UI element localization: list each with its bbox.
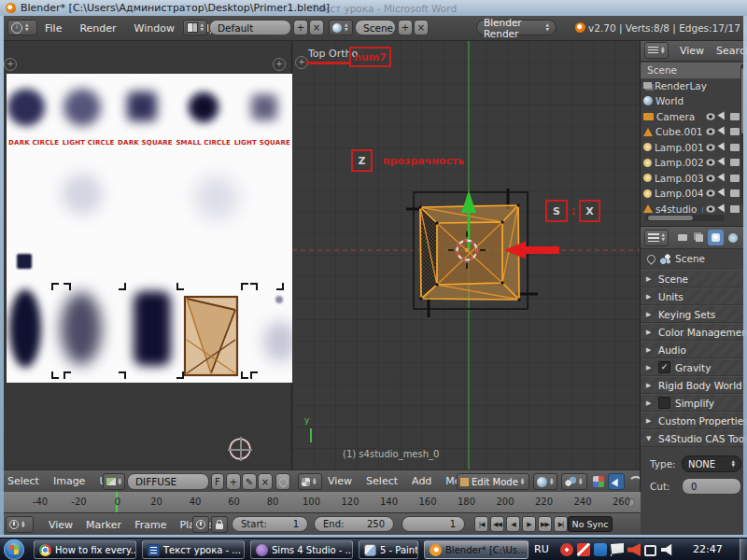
- taskbar-button-sims[interactable]: Sims 4 Studio - ...: [250, 540, 353, 559]
- pin-button[interactable]: [275, 473, 290, 490]
- viewport-3d[interactable]: Top Ortho num7 Z прозрачность S ; X y (1…: [292, 40, 641, 492]
- flag-tray-icon[interactable]: [611, 543, 624, 556]
- renderability-toggle[interactable]: [730, 144, 740, 151]
- unlink-image-button[interactable]: ×: [258, 473, 273, 490]
- scene-name-field[interactable]: Scene: [355, 20, 396, 35]
- outliner-item-scene[interactable]: Scene: [641, 63, 747, 78]
- properties-tab-scene[interactable]: [708, 230, 724, 245]
- menu-view[interactable]: View: [49, 519, 73, 531]
- selectability-toggle[interactable]: [718, 127, 728, 137]
- editor-type-selector[interactable]: i ▲▼: [7, 20, 37, 35]
- properties-tab-render[interactable]: [674, 230, 690, 245]
- play-button[interactable]: ▶: [522, 516, 536, 532]
- panel-s4studio-cas-tools[interactable]: ▼ S4Studio CAS Tools: [641, 429, 747, 447]
- new-image-button[interactable]: +: [226, 473, 241, 490]
- menu-view[interactable]: View: [328, 475, 352, 487]
- speaker-tray-icon[interactable]: [661, 543, 674, 556]
- translate-manipulator-toggle[interactable]: [608, 473, 625, 490]
- panel-custom-properties[interactable]: ▶ Custom Properties: [641, 412, 747, 429]
- taskbar-clock[interactable]: 22:47: [693, 543, 723, 555]
- jump-start-button[interactable]: |◀: [474, 516, 488, 532]
- visibility-toggle[interactable]: [706, 205, 715, 213]
- panel-simplify[interactable]: ▶ Simplify: [641, 394, 747, 412]
- region-expand-icon[interactable]: [273, 58, 286, 71]
- cut-field[interactable]: 0: [682, 478, 741, 495]
- menu-image[interactable]: Image: [53, 475, 85, 487]
- outliner-item-camera[interactable]: Camera: [641, 109, 747, 125]
- visibility-toggle[interactable]: [706, 128, 715, 135]
- properties-tab-render-layers[interactable]: [691, 230, 707, 245]
- editor-type-selector[interactable]: ▲▼: [298, 473, 322, 490]
- uv-wireframe[interactable]: [183, 293, 240, 377]
- layout-name-field[interactable]: Default: [209, 20, 291, 35]
- viewport-shading-dropdown[interactable]: ▲▼: [533, 473, 557, 490]
- mode-dropdown[interactable]: Edit Mode ▲▼: [457, 473, 529, 490]
- layout-icon-selector[interactable]: ▲▼: [183, 20, 207, 35]
- menu-select[interactable]: Select: [366, 475, 398, 487]
- selectability-toggle[interactable]: [718, 173, 728, 183]
- type-dropdown[interactable]: NONE ▲▼: [682, 455, 741, 472]
- viewport-canvas[interactable]: [292, 40, 641, 469]
- visibility-toggle[interactable]: [706, 159, 715, 166]
- renderability-toggle[interactable]: [730, 159, 740, 166]
- panel-units[interactable]: ▶ Units: [641, 287, 747, 305]
- panel-gravity[interactable]: ▶ ✓ Gravity: [641, 358, 747, 376]
- menu-frame[interactable]: Frame: [134, 519, 166, 531]
- renderability-toggle[interactable]: [730, 175, 740, 182]
- menu-select[interactable]: Select: [7, 475, 39, 487]
- outliner-item-renderlay[interactable]: RenderLay: [641, 78, 747, 94]
- image-datablock-selector[interactable]: ▲▼: [103, 473, 125, 490]
- panel-checkbox[interactable]: [658, 397, 670, 409]
- menu-marker[interactable]: Marker: [86, 519, 121, 531]
- menu-window[interactable]: Window: [134, 22, 175, 35]
- start-button[interactable]: [4, 539, 24, 560]
- lock-toggle[interactable]: [211, 516, 228, 533]
- outliner-item-world[interactable]: World: [641, 93, 747, 109]
- outliner-hscrollbar[interactable]: [645, 215, 725, 221]
- panel-rigid-body-world[interactable]: ▶ Rigid Body World: [641, 376, 747, 394]
- renderability-toggle[interactable]: [730, 128, 740, 135]
- editor-type-selector[interactable]: ▲▼: [6, 516, 34, 533]
- manipulator-axis-icon[interactable]: [593, 476, 604, 487]
- panel-keying-sets[interactable]: ▶ Keying Sets: [641, 305, 747, 323]
- image-paint-button[interactable]: ✎: [242, 473, 257, 490]
- visibility-toggle[interactable]: [706, 144, 715, 151]
- panel-scene[interactable]: ▶ Scene: [641, 270, 747, 287]
- fake-user-button[interactable]: F: [211, 473, 224, 490]
- delete-scene-button[interactable]: ×: [414, 20, 429, 35]
- visibility-toggle[interactable]: [706, 175, 715, 182]
- outliner-item-lamp-001[interactable]: Lamp.001: [641, 140, 747, 156]
- image-2d-cursor[interactable]: [231, 440, 249, 458]
- renderability-toggle[interactable]: [730, 205, 740, 213]
- region-expand-icon[interactable]: [4, 58, 17, 71]
- pin-icon[interactable]: [645, 253, 657, 265]
- taskbar-button-paint[interactable]: 5 - Paint: [359, 540, 418, 559]
- start-frame-field[interactable]: Start: 1: [232, 516, 308, 532]
- selectability-toggle[interactable]: [718, 189, 728, 199]
- window-titlebar[interactable]: Blender* [C:\Users\Администратор\Desktop…: [0, 0, 747, 16]
- current-frame-field[interactable]: 1: [402, 516, 465, 532]
- visibility-toggle[interactable]: [706, 189, 715, 197]
- renderability-toggle[interactable]: [730, 113, 740, 120]
- end-frame-field[interactable]: End: 250: [314, 516, 394, 532]
- menu-view[interactable]: View: [680, 45, 704, 57]
- download-tray-icon[interactable]: [594, 543, 607, 556]
- add-layout-button[interactable]: +: [293, 20, 308, 35]
- preview-range-toggle[interactable]: [192, 516, 209, 533]
- panel-checkbox[interactable]: ✓: [658, 361, 670, 373]
- antivirus-tray-icon[interactable]: [577, 543, 590, 556]
- selectability-toggle[interactable]: [718, 203, 728, 214]
- visibility-toggle[interactable]: [706, 113, 715, 120]
- volume-alert-tray-icon[interactable]: [627, 543, 641, 556]
- taskbar-button-chrome[interactable]: How to fix every...: [34, 540, 136, 559]
- panel-color-management[interactable]: ▶ Color Management: [641, 323, 747, 341]
- prev-key-button[interactable]: ◀◀: [490, 516, 504, 532]
- selectability-toggle[interactable]: [718, 111, 728, 121]
- uv-image-editor[interactable]: DARK CIRCLELIGHT CIRCLEDARK SQUARESMALL …: [0, 40, 292, 492]
- panel-audio[interactable]: ▶ Audio: [641, 341, 747, 358]
- taskbar-button-word[interactable]: Текст урока - ...: [142, 540, 245, 559]
- menu-add[interactable]: Add: [412, 475, 431, 487]
- outliner-item-lamp-002[interactable]: Lamp.002: [641, 155, 747, 171]
- menu-render[interactable]: Render: [79, 22, 116, 35]
- taskbar-button-blender[interactable]: Blender* [C:\Us...: [424, 540, 529, 559]
